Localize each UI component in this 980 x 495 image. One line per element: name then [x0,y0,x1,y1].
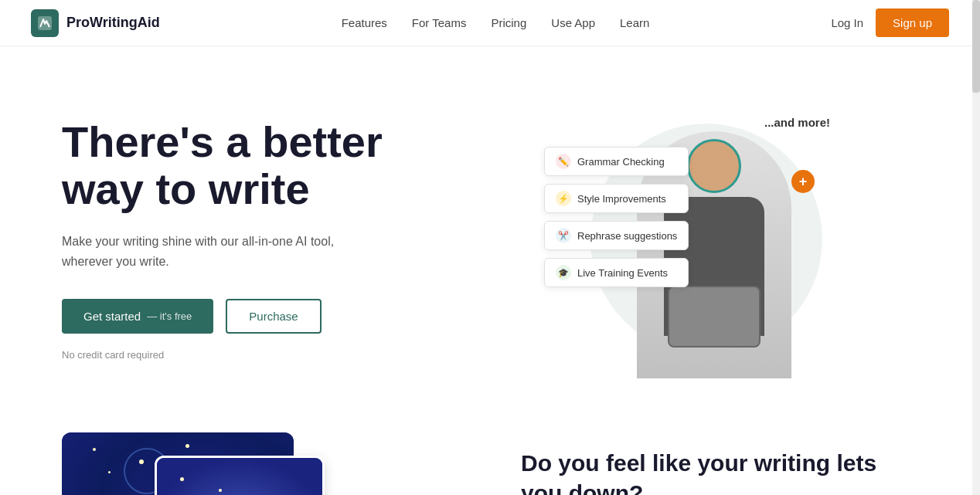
training-icon: 🎓 [556,265,571,280]
login-button[interactable]: Log In [831,16,863,29]
hero-title: There's a better way to write [62,118,464,213]
logo-link[interactable]: ProWritingAid [31,9,160,37]
feature-cards-container: ✏️ Grammar Checking ⚡ Style Improvements… [544,147,689,287]
free-label: — it's free [147,310,192,322]
no-credit-card-text: No credit card required [62,349,464,361]
signup-button[interactable]: Sign up [876,8,949,37]
nav-use-app[interactable]: Use App [551,16,595,29]
feature-card-grammar: ✏️ Grammar Checking [544,147,689,176]
star-1 [93,448,96,451]
second-section-text: Do you feel like your writing lets you d… [521,432,918,495]
star-f1 [180,477,184,481]
training-label: Live Training Events [577,267,668,279]
hero-title-line1: There's a better [62,117,383,166]
hero-section: There's a better way to write Make your … [0,46,980,417]
get-started-label: Get started [83,310,141,323]
navbar: ProWritingAid Features For Teams Pricing… [0,0,980,46]
star-4 [185,444,189,448]
logo-icon [31,9,59,37]
hero-illustration: ...and more! + ✏️ Grammar Checking ⚡ Sty… [544,100,838,378]
purchase-button[interactable]: Purchase [226,299,321,334]
image-stack: My idea in my head [62,432,325,495]
hero-right: ...and more! + ✏️ Grammar Checking ⚡ Sty… [464,93,918,386]
nav-for-teams[interactable]: For Teams [412,16,467,29]
image-front-inner: My idea in my head [157,458,322,495]
hero-buttons: Get started — it's free Purchase [62,299,464,334]
get-started-button[interactable]: Get started — it's free [62,299,213,334]
rephrase-icon: ✂️ [556,228,571,243]
laptop-device [668,286,761,348]
logo-svg [36,15,53,32]
hero-title-line2: way to write [62,164,310,213]
and-more-text: ...and more! [764,116,830,129]
person-head [687,139,741,193]
feature-card-rephrase: ✂️ Rephrase suggestions [544,221,689,250]
image-front: My idea in my head [155,456,325,495]
second-section-images: My idea in my head [62,432,459,495]
plus-icon: + [791,170,815,193]
hero-left: There's a better way to write Make your … [62,118,464,361]
nav-actions: Log In Sign up [831,8,949,37]
second-section-heading: Do you feel like your writing lets you d… [521,448,918,495]
nav-pricing[interactable]: Pricing [491,16,526,29]
scrollbar-track[interactable] [972,0,980,495]
scrollbar-thumb[interactable] [972,0,980,93]
style-icon: ⚡ [556,191,571,206]
second-section: My idea in my head Do you feel like your… [0,417,980,495]
feature-card-style: ⚡ Style Improvements [544,184,689,213]
nav-learn[interactable]: Learn [620,16,649,29]
star-f2 [219,489,222,492]
style-label: Style Improvements [577,193,666,205]
nav-links: Features For Teams Pricing Use App Learn [342,16,650,30]
grammar-icon: ✏️ [556,154,571,169]
feature-card-training: 🎓 Live Training Events [544,258,689,287]
nav-features[interactable]: Features [342,16,387,29]
star-3 [108,471,111,473]
hero-subtitle: Make your writing shine with our all-in-… [62,232,371,271]
brand-name: ProWritingAid [66,15,160,31]
rephrase-label: Rephrase suggestions [577,230,677,242]
grammar-label: Grammar Checking [577,156,665,168]
